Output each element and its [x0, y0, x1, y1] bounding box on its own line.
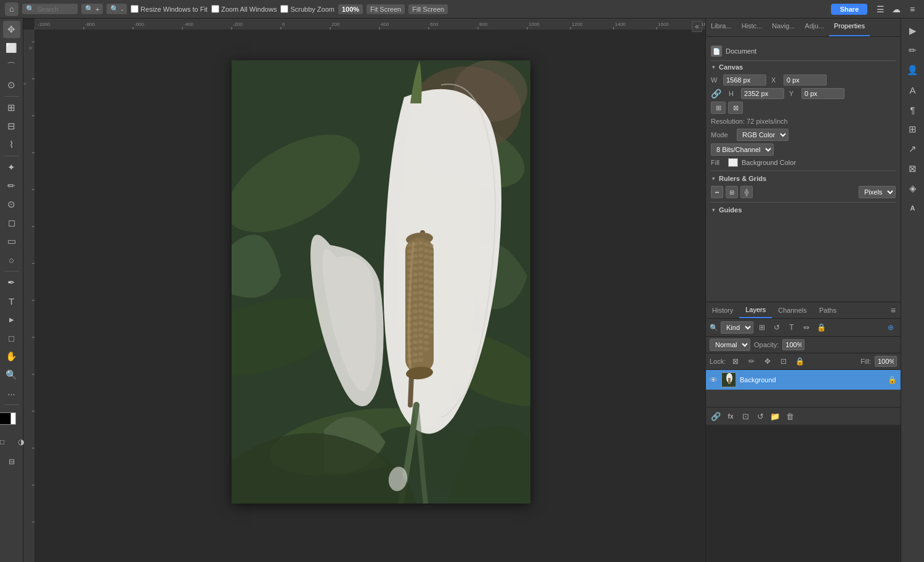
fit-screen-button[interactable]: Fit Screen — [367, 4, 405, 14]
tab-navigator[interactable]: Navig... — [767, 18, 800, 36]
tab-channels[interactable]: Channels — [772, 303, 813, 318]
text-style-icon[interactable]: A — [904, 199, 922, 217]
layer-background-row[interactable]: 👁 Background 🔒 — [706, 370, 901, 390]
rulers-grids-header[interactable]: ▾ Rulers & Grids — [711, 175, 896, 182]
standard-mode[interactable]: □ — [0, 433, 11, 451]
spot-heal-tool[interactable]: ✦ — [3, 159, 20, 176]
canvas-content[interactable] — [34, 30, 705, 562]
y-input[interactable] — [801, 88, 845, 99]
move-tool[interactable]: ✥ — [3, 21, 20, 38]
search-input[interactable] — [37, 6, 74, 13]
more-icon[interactable]: ≡ — [906, 2, 919, 16]
shape-filter-btn[interactable]: ⇔ — [800, 321, 813, 334]
share-button[interactable]: Share — [831, 4, 867, 15]
tab-history[interactable]: Histc... — [737, 18, 768, 36]
lock-position-btn[interactable]: ✥ — [761, 355, 774, 367]
quick-select-tool[interactable]: ⊙ — [3, 76, 20, 94]
fill-color-swatch[interactable] — [728, 158, 738, 167]
new-group-btn[interactable]: 📁 — [769, 410, 781, 422]
link-proportions-icon[interactable]: 🔗 — [711, 89, 721, 98]
eraser-tool[interactable]: ◻ — [3, 214, 20, 231]
scrubby-zoom-checkbox[interactable]: Scrubby Zoom — [280, 5, 334, 13]
lock-all-btn[interactable]: 🔒 — [793, 355, 806, 367]
grid-icon[interactable]: ⊞ — [726, 186, 738, 198]
collapse-panel-button[interactable]: « — [692, 21, 702, 32]
horizontal-ruler-icon[interactable]: ━ — [711, 186, 723, 198]
gradient-tool[interactable]: ▭ — [3, 233, 20, 250]
opacity-input[interactable] — [782, 339, 804, 350]
tab-history[interactable]: History — [706, 303, 739, 318]
tab-libraries[interactable]: Libra... — [706, 18, 737, 36]
quick-mask-mode[interactable]: ◑ — [12, 433, 30, 451]
brush-tool[interactable]: ✏ — [3, 177, 20, 195]
canvas-section-header[interactable]: ▾ Canvas — [711, 63, 896, 71]
image-size-icon[interactable]: ⊠ — [728, 102, 743, 114]
width-input[interactable] — [723, 74, 766, 86]
type-filter-btn[interactable]: T — [785, 321, 798, 334]
pixel-filter-btn[interactable]: ⊞ — [756, 321, 768, 334]
eyedropper-tool[interactable]: ⌇ — [3, 136, 20, 153]
filter-toggle-btn[interactable]: ⊕ — [885, 321, 897, 334]
document-canvas[interactable] — [232, 60, 530, 504]
person-icon[interactable]: 👤 — [904, 62, 922, 79]
pen-tool[interactable]: ✒ — [3, 274, 20, 291]
guides-collapse[interactable]: ▾ — [711, 207, 716, 213]
rulers-collapse[interactable]: ▾ — [711, 175, 716, 182]
resize-windows-checkbox[interactable]: Resize Windows to Fit — [131, 5, 208, 13]
select-tool[interactable]: ⬜ — [3, 39, 20, 57]
effects-icon[interactable]: ⊠ — [904, 160, 922, 177]
zoom-out-button[interactable]: 🔍- — [107, 4, 127, 14]
tab-adjustments[interactable]: Adju... — [800, 18, 829, 36]
layer-kind-select[interactable]: Kind — [721, 321, 753, 334]
adjustment-filter-btn[interactable]: ↺ — [771, 321, 783, 334]
blend-mode-select[interactable]: Normal — [710, 339, 750, 351]
text-format-icon[interactable]: A — [904, 81, 922, 98]
x-input[interactable] — [784, 74, 827, 86]
fill-screen-button[interactable]: Fill Screen — [408, 4, 448, 14]
rectangle-tool[interactable]: □ — [3, 329, 20, 347]
bits-select[interactable]: 8 Bits/Channel — [711, 143, 774, 156]
adjustment-layer-btn[interactable]: ↺ — [754, 410, 766, 422]
tab-layers[interactable]: Layers — [739, 302, 772, 318]
zoom-all-checkbox[interactable]: Zoom All Windows — [211, 5, 277, 13]
foreground-color-swatch[interactable] — [0, 412, 11, 425]
layer-style-btn[interactable]: fx — [724, 410, 737, 422]
hand-tool[interactable]: ✋ — [3, 348, 20, 365]
screen-mode[interactable]: ⊟ — [3, 453, 20, 470]
dodge-tool[interactable]: ○ — [3, 251, 20, 268]
lock-artboard-position-btn[interactable]: ⊡ — [777, 355, 790, 367]
smart-filter-btn[interactable]: 🔒 — [815, 321, 827, 334]
crop-tool[interactable]: ⊞ — [3, 99, 20, 116]
zoom-tool[interactable]: 🔍 — [3, 366, 20, 383]
delete-layer-btn[interactable]: 🗑 — [784, 410, 796, 422]
canvas-size-icon[interactable]: ⊞ — [711, 102, 726, 114]
tab-properties[interactable]: Properties — [829, 18, 870, 36]
ruler-guide-icon[interactable]: ╬ — [740, 186, 753, 198]
mode-select[interactable]: RGB Color — [737, 129, 788, 141]
layers-menu-icon[interactable]: ≡ — [886, 303, 901, 318]
play-icon[interactable]: ▶ — [904, 22, 922, 39]
canvas-collapse[interactable]: ▾ — [711, 64, 716, 70]
fill-input[interactable] — [875, 356, 897, 367]
tab-paths[interactable]: Paths — [813, 303, 843, 318]
guides-header[interactable]: ▾ Guides — [711, 206, 896, 214]
height-input[interactable] — [741, 88, 784, 99]
more-tools[interactable]: ··· — [3, 385, 20, 402]
cloud-icon[interactable]: ☁ — [890, 2, 903, 16]
clone-tool[interactable]: ⊙ — [3, 196, 20, 213]
zoom-fit-button[interactable]: 🔍+ — [81, 4, 103, 14]
group-icon[interactable]: ⊞ — [904, 121, 922, 138]
3d-icon[interactable]: ◈ — [904, 180, 922, 197]
export-icon[interactable]: ↗ — [904, 140, 922, 158]
add-mask-btn[interactable]: ⊡ — [739, 410, 752, 422]
brush-icon[interactable]: ✏ — [904, 42, 922, 59]
path-select-tool[interactable]: ▸ — [3, 311, 20, 328]
menu-icon[interactable]: ☰ — [873, 2, 887, 16]
type-tool[interactable]: T — [3, 292, 20, 310]
lock-pixels-btn[interactable]: ⊠ — [729, 355, 742, 367]
canvas-area[interactable]: -1000 -800 -600 -400 -200 0 200 400 — [23, 18, 705, 562]
ruler-units-select[interactable]: Pixels — [859, 186, 896, 198]
paragraph-icon[interactable]: ¶ — [904, 101, 922, 118]
lasso-tool[interactable]: ⌒ — [3, 58, 20, 75]
home-button[interactable]: ⌂ — [5, 2, 18, 16]
